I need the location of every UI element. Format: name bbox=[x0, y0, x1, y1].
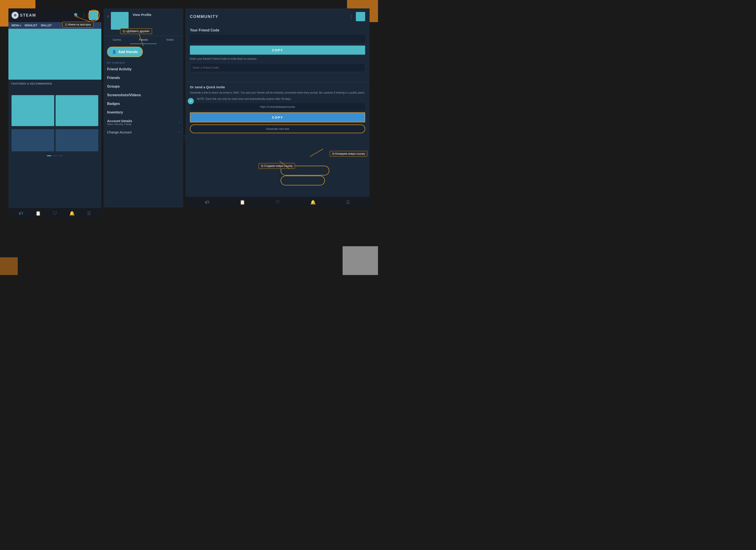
quick-invite-note: ✓ NOTE: Each link can only be used once … bbox=[190, 97, 365, 101]
copy-btn-highlight bbox=[281, 166, 329, 176]
search-icon[interactable]: 🔍 bbox=[74, 13, 79, 18]
menu-item-friends[interactable]: Friends bbox=[107, 74, 180, 82]
right-bottom-nav: 🏷 📋 🛡 🔔 ☰ bbox=[185, 197, 370, 208]
account-details-label: Account Details bbox=[107, 119, 132, 123]
featured-grid bbox=[8, 86, 101, 129]
left-bottom-nav: 🏷 📋 🛡 🔔 ☰ bbox=[8, 208, 101, 219]
friend-code-display bbox=[190, 35, 365, 43]
invite-link-display: https://s.team/p/ваша/ссылка bbox=[190, 103, 365, 111]
quick-invite-description: Generate a link to share via email or SM… bbox=[190, 91, 365, 95]
right-panel-community: COMMUNITY ⋮ Your Friend Code COPY Enter … bbox=[185, 8, 370, 208]
user-avatar[interactable] bbox=[89, 11, 98, 20]
steam-logo-area: ⚙ STEAM bbox=[12, 12, 36, 19]
steam-header: ⚙ STEAM 🔍 ⋮ 1) Жмем на аватарку bbox=[8, 8, 101, 22]
svg-line-3 bbox=[310, 149, 323, 157]
annotation-copy-link: 4) Копируем новую ссылку bbox=[330, 151, 367, 157]
friend-code-title: Your Friend Code bbox=[190, 28, 365, 32]
nav-wishlist[interactable]: WISHLIST bbox=[25, 24, 37, 27]
featured-item-1 bbox=[12, 95, 54, 126]
menu-item-account-details[interactable]: Account Details Store, Security, Family … bbox=[107, 117, 180, 128]
menu-item-badges[interactable]: Badges bbox=[107, 100, 180, 108]
generate-btn-container: Generate new link bbox=[190, 125, 365, 133]
featured-item-4 bbox=[56, 129, 98, 151]
right-shield-icon[interactable]: 🛡 bbox=[276, 200, 280, 205]
featured-item-2 bbox=[56, 95, 98, 126]
profile-avatar-image bbox=[111, 12, 129, 30]
friend-code-input[interactable] bbox=[190, 63, 365, 72]
featured-label-container: FEATURED & RECOMMENDED bbox=[8, 80, 101, 86]
community-header-icons: ⋮ bbox=[349, 12, 365, 21]
change-account-arrow-icon: › bbox=[179, 130, 180, 134]
right-bell-icon[interactable]: 🔔 bbox=[310, 200, 316, 205]
add-friends-button[interactable]: 👤 Add friends bbox=[107, 47, 143, 57]
friend-code-section: Your Friend Code COPY Enter your friend'… bbox=[185, 25, 370, 79]
community-title: COMMUNITY bbox=[190, 14, 218, 19]
tab-friends[interactable]: Friends bbox=[130, 36, 157, 44]
community-avatar bbox=[356, 12, 365, 21]
main-container: ⚙ STEAM 🔍 ⋮ 1) Жмем на аватарку bbox=[0, 0, 378, 275]
friend-code-helper-text: Enter your friend's Friend Code to invit… bbox=[190, 57, 365, 61]
steam-logo-icon: ⚙ bbox=[12, 12, 19, 19]
menu-item-friend-activity[interactable]: Friend Activity bbox=[107, 65, 180, 74]
featured-label: FEATURED & RECOMMENDED bbox=[12, 82, 52, 85]
account-details-text: Account Details Store, Security, Family bbox=[107, 119, 132, 126]
more-options-icon[interactable]: ⋮ bbox=[82, 13, 86, 18]
menu-item-groups[interactable]: Groups bbox=[107, 82, 180, 91]
annotation-arrow-3 bbox=[278, 160, 292, 171]
profile-header-row: ‹ View Profile bbox=[107, 12, 180, 30]
note-text-content: NOTE: Each link can only be used once an… bbox=[191, 97, 291, 101]
dot-inactive-1 bbox=[53, 155, 57, 156]
shield-nav-icon[interactable]: 🛡 bbox=[53, 211, 57, 216]
back-arrow-icon[interactable]: ‹ bbox=[107, 13, 109, 19]
copy-invite-link-button[interactable]: COPY bbox=[190, 112, 365, 122]
checkmark-icon: ✓ bbox=[188, 98, 194, 104]
menu-item-inventory[interactable]: Inventory bbox=[107, 108, 180, 117]
annotation-arrow-4 bbox=[308, 148, 325, 159]
annotation-create-link: 3) Создаем новую ссылку bbox=[258, 163, 295, 169]
right-library-icon[interactable]: 📋 bbox=[240, 200, 245, 205]
nav-wallet[interactable]: WALLET bbox=[41, 24, 52, 27]
profile-top-area: ‹ View Profile 2) «Добавить друзей» bbox=[104, 8, 183, 36]
featured-row2 bbox=[8, 129, 101, 155]
tab-games[interactable]: Games bbox=[104, 36, 130, 44]
community-header: COMMUNITY ⋮ bbox=[185, 8, 370, 25]
add-friends-icon: 👤 bbox=[112, 50, 116, 54]
dot-active bbox=[47, 155, 51, 156]
store-nav-icon[interactable]: 🏷 bbox=[19, 211, 23, 216]
copy-friend-code-button[interactable]: COPY bbox=[190, 46, 365, 55]
middle-panel-profile: ‹ View Profile 2) «Добавить друзей» Game… bbox=[104, 8, 183, 208]
dot-inactive-2 bbox=[58, 155, 63, 156]
generate-btn-highlight bbox=[281, 176, 325, 186]
add-friends-label: Add friends bbox=[118, 50, 138, 54]
right-store-icon[interactable]: 🏷 bbox=[205, 200, 209, 205]
featured-item-3 bbox=[12, 129, 54, 151]
featured-banner-image bbox=[8, 29, 101, 80]
menu-item-change-account[interactable]: Change Account › bbox=[107, 128, 180, 137]
quick-invite-section: Or send a Quick Invite Generate a link t… bbox=[185, 85, 370, 133]
nav-bar: MENU WISHLIST WALLET bbox=[8, 22, 101, 29]
left-panel-store: ⚙ STEAM 🔍 ⋮ 1) Жмем на аватарку bbox=[8, 8, 101, 219]
menu-item-screenshots[interactable]: Screenshots/Videos bbox=[107, 91, 180, 100]
pagination-dots bbox=[8, 155, 101, 157]
profile-tabs: Games Friends Wallet bbox=[104, 36, 183, 44]
nav-menu[interactable]: MENU bbox=[12, 24, 21, 27]
change-account-label: Change Account bbox=[107, 130, 131, 134]
right-menu-icon[interactable]: ☰ bbox=[346, 200, 350, 205]
steam-title: STEAM bbox=[20, 13, 36, 18]
community-more-icon[interactable]: ⋮ bbox=[349, 14, 353, 19]
svg-line-2 bbox=[280, 161, 289, 169]
account-details-arrow-icon: › bbox=[179, 120, 180, 124]
menu-items-list: Friend Activity Friends Groups Screensho… bbox=[104, 65, 183, 137]
generate-new-link-button[interactable]: Generate new link bbox=[190, 125, 365, 133]
library-nav-icon[interactable]: 📋 bbox=[35, 211, 41, 216]
menu-nav-icon[interactable]: ☰ bbox=[87, 211, 91, 216]
copy-invite-btn-container: COPY bbox=[190, 112, 365, 122]
account-details-subtitle: Store, Security, Family bbox=[107, 123, 132, 126]
view-profile-button[interactable]: View Profile bbox=[133, 12, 151, 17]
header-icons: 🔍 ⋮ 1) Жмем на аватарку bbox=[74, 11, 98, 20]
quick-invite-title: Or send a Quick Invite bbox=[190, 85, 365, 89]
tab-wallet[interactable]: Wallet bbox=[157, 36, 183, 44]
my-content-label: MY CONTENT bbox=[104, 60, 183, 65]
bell-nav-icon[interactable]: 🔔 bbox=[69, 211, 75, 216]
